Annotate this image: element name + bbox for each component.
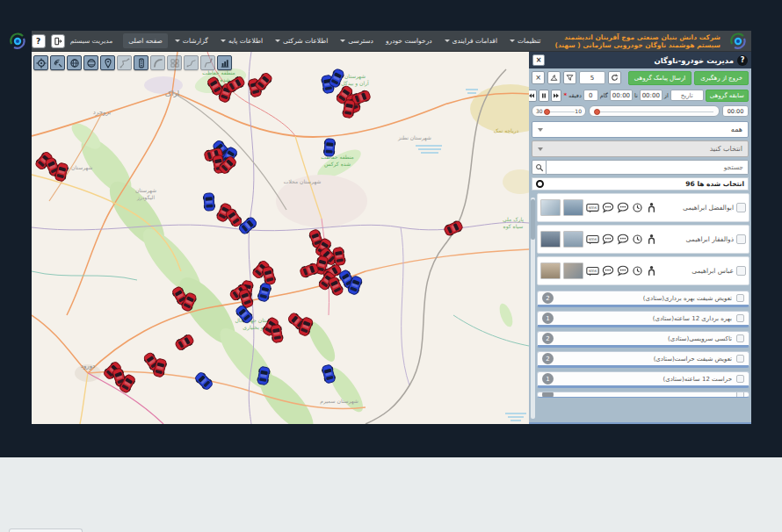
chat-alt-button[interactable] xyxy=(602,202,614,213)
nav-item-7[interactable]: تنظیمات xyxy=(504,33,546,48)
play-back-button[interactable] xyxy=(529,90,537,102)
sidebar-scrollbar-thumb[interactable] xyxy=(531,199,535,240)
map-label: پارک ملیسیاه کوه xyxy=(503,216,524,230)
help-button[interactable]: ? xyxy=(32,34,46,48)
step-input[interactable] xyxy=(583,90,598,101)
filter-all-dropdown[interactable]: همه xyxy=(532,121,749,138)
refresh-button[interactable] xyxy=(608,71,621,84)
sms-icon: sms xyxy=(586,234,599,245)
map-toolbar-locate-crosshair-button[interactable] xyxy=(33,55,48,70)
chat-button[interactable] xyxy=(617,202,629,213)
date-input[interactable] xyxy=(670,90,704,101)
group-checkbox[interactable] xyxy=(736,355,744,363)
driver-button[interactable] xyxy=(646,202,657,213)
required-asterisk: * xyxy=(563,92,567,99)
chat-button[interactable] xyxy=(617,265,629,277)
timeline-slider-knob[interactable] xyxy=(594,109,600,115)
speed-slider-knob[interactable] xyxy=(544,109,550,115)
app-title: شرکت دانش بنیان صنعتی موج آفرینان اندیشم… xyxy=(551,33,724,49)
vehicle-photo-thumbnail[interactable] xyxy=(540,231,561,248)
chat-alt-button[interactable] xyxy=(602,265,614,277)
group-row-0[interactable]: تعویض شیفت بهره برداری(ستادی)2 xyxy=(537,291,749,307)
vehicle-checkbox[interactable] xyxy=(736,203,746,212)
select-dropdown[interactable]: انتخاب کنید xyxy=(532,140,749,157)
group-row-3[interactable]: تعویض شیفت حراست(ستادی)2 xyxy=(537,351,749,368)
speed-slider[interactable]: 30 10 xyxy=(532,105,586,117)
group-history-button[interactable]: سابقه گروهی xyxy=(706,90,749,102)
driver-photo-thumbnail[interactable] xyxy=(563,199,583,216)
map-toolbar-globe-lines-button[interactable] xyxy=(83,55,98,70)
nav-items: صفحه اصلیگزارشاتاطلاعات پایهاطلاعات شرکت… xyxy=(123,33,546,48)
group-row-2[interactable]: تاکسی سرویسی(ستادی)2 xyxy=(537,331,749,348)
pause-button[interactable] xyxy=(539,90,549,102)
chat-button[interactable] xyxy=(617,234,629,245)
map-toolbar-curved-road-button[interactable] xyxy=(150,55,165,70)
map-toolbar-bar-chart-button[interactable] xyxy=(217,55,232,70)
map-toolbar-traffic-light-button[interactable] xyxy=(134,55,148,70)
sms-button[interactable]: sms xyxy=(586,266,599,277)
partial-element xyxy=(9,528,83,532)
timeline-slider[interactable] xyxy=(589,105,720,117)
logout-button[interactable] xyxy=(51,34,65,48)
time-from-input[interactable] xyxy=(640,90,663,101)
group-checkbox[interactable] xyxy=(736,375,744,383)
nav-item-5[interactable]: درخواست خودرو xyxy=(380,33,438,48)
map-canvas[interactable]: اراکبروجردمنطقه حفاظتشده هفتادقلهشهرستان… xyxy=(32,52,529,424)
group-row-1[interactable]: بهره برداری 12 ساعته(ستادی)1 xyxy=(537,311,749,327)
driver-photo-thumbnail[interactable] xyxy=(563,262,583,279)
vehicle-marker-blue[interactable] xyxy=(323,138,337,156)
nav-item-0[interactable]: صفحه اصلی xyxy=(123,33,168,48)
vehicle-checkbox[interactable] xyxy=(736,266,746,276)
nav-item-2[interactable]: اطلاعات پایه xyxy=(215,33,268,48)
map-toolbar-route-alt-button[interactable] xyxy=(184,55,199,70)
nav-item-3[interactable]: اطلاعات شرکتی xyxy=(270,33,333,48)
map-toolbar-grid-button[interactable] xyxy=(167,55,182,70)
zoom-level-input[interactable] xyxy=(579,71,605,84)
map-toolbar-satellite-dish-button[interactable] xyxy=(50,55,65,70)
search-input[interactable] xyxy=(547,160,749,175)
nav-item-4[interactable]: دسترسی xyxy=(335,33,379,48)
chat-alt-button[interactable] xyxy=(602,234,614,245)
search-button[interactable] xyxy=(532,160,547,175)
group-checkbox[interactable] xyxy=(736,294,744,302)
exit-tracking-button[interactable]: خروج از رهگیری xyxy=(694,71,749,85)
driver-button[interactable] xyxy=(646,265,657,277)
sms-button[interactable]: sms xyxy=(586,234,599,245)
vehicle-marker-blue[interactable] xyxy=(203,192,216,211)
vehicle-checkbox[interactable] xyxy=(736,234,746,244)
time-to-input[interactable] xyxy=(610,90,633,101)
sidebar-scrollbar[interactable] xyxy=(531,198,535,419)
sms-button[interactable]: sms xyxy=(586,203,599,213)
group-sms-button[interactable]: ارسال پیامک گروهی xyxy=(628,71,692,85)
group-row-4[interactable]: حراست 12 ساعته(ستادی)1 xyxy=(537,371,749,388)
filter-asc-button[interactable] xyxy=(547,71,561,84)
group-checkbox[interactable] xyxy=(736,314,744,322)
vehicle-photo-thumbnail[interactable] xyxy=(540,262,561,279)
select-all-ring-icon[interactable] xyxy=(536,180,544,188)
driver-button[interactable] xyxy=(646,234,657,245)
sidebar-panel: ? مدیریت خودرو-ناوگان × خروج از رهگیری ا… xyxy=(529,52,751,424)
map-toolbar-globe-button[interactable] xyxy=(67,55,82,70)
nav-item-1[interactable]: گزارشات xyxy=(170,33,214,48)
map-toolbar-route-button[interactable] xyxy=(117,55,132,70)
group-row-partial[interactable] xyxy=(537,392,749,398)
sidebar-help-icon[interactable]: ? xyxy=(737,55,748,66)
map-toolbar-route-alt2-button[interactable] xyxy=(200,55,215,70)
select-dropdown-value: انتخاب کنید xyxy=(710,145,742,153)
driver-photo-thumbnail[interactable] xyxy=(563,231,583,248)
group-checkbox[interactable] xyxy=(736,334,744,342)
history-button[interactable] xyxy=(632,265,643,277)
group-label: حراست 12 ساعته(ستادی) xyxy=(558,376,732,383)
filter-desc-button[interactable] xyxy=(563,71,576,84)
play-forward-button[interactable] xyxy=(551,90,561,102)
nav-item-6[interactable]: اقدامات فرایندی xyxy=(439,33,503,48)
clear-filter-button[interactable]: × xyxy=(532,71,545,84)
map-toolbar-map-pin-button[interactable] xyxy=(100,55,115,70)
to-label: تا xyxy=(634,92,638,99)
history-button[interactable] xyxy=(632,234,643,245)
vehicle-name: عباس ابراهیمی xyxy=(660,267,734,275)
history-button[interactable] xyxy=(632,202,643,213)
sidebar-close-button[interactable]: × xyxy=(532,54,545,66)
group-count-badge: 1 xyxy=(542,313,554,324)
vehicle-photo-thumbnail[interactable] xyxy=(540,199,561,216)
